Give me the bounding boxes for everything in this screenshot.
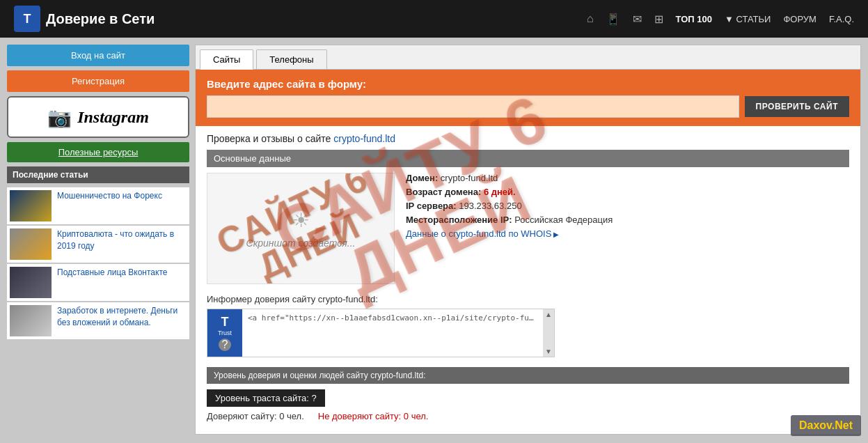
trust-stats: Доверяют сайту: 0 чел. Не доверяют сайту…: [207, 411, 849, 421]
informer-section: Информер доверия сайту crypto-fund.ltd: …: [207, 294, 849, 357]
domain-val: crypto-fund.ltd: [441, 173, 498, 183]
list-item[interactable]: Криптовалюта - что ожидать в 2019 году: [7, 226, 189, 263]
nav-icons: ⌂ 📱 ✉ ⊞ ТОП 100 ▼ СТАТЬИ ФОРУМ F.A.Q.: [587, 13, 854, 26]
question-mark: ?: [219, 339, 231, 351]
article-title: Заработок в интернете. Деньги без вложен…: [57, 305, 187, 329]
sidebar: Вход на сайт Регистрация 📷 Instagram Пол…: [7, 45, 195, 435]
screenshot-area: САЙТУ 6 ДНЕЙ ☀ Скриншот создаётся...: [207, 173, 395, 284]
article-title: Подставные лица Вконтакте: [57, 267, 167, 279]
trust-negative-label: Не доверяют сайту:: [318, 411, 401, 421]
resources-button[interactable]: Полезные ресурсы: [7, 142, 189, 162]
article-title: Криптовалюта - что ожидать в 2019 году: [57, 228, 187, 252]
article-thumb-work: [10, 305, 52, 336]
logo-area: Т Доверие в Сети: [14, 6, 155, 32]
resources-link[interactable]: Полезные ресурсы: [58, 147, 139, 157]
trust-positive-val: 0 чел.: [279, 411, 304, 421]
informer-scroll[interactable]: ▲ ▼: [543, 309, 554, 357]
list-item[interactable]: Подставные лица Вконтакте: [7, 264, 189, 301]
basic-data-bar: Основные данные: [207, 150, 849, 167]
trust-section: Уровень доверия и оценки людей сайту cry…: [207, 367, 849, 421]
tab-sites[interactable]: Сайты: [200, 49, 253, 70]
nav-statii[interactable]: ▼ СТАТЬИ: [725, 14, 771, 24]
check-button[interactable]: ПРОВЕРИТЬ САЙТ: [745, 96, 849, 117]
location-label: Месторасположение IP:: [406, 215, 512, 225]
logo-icon: Т: [14, 6, 40, 32]
scroll-up-arrow[interactable]: ▲: [545, 311, 552, 318]
nav-forum[interactable]: ФОРУМ: [783, 14, 816, 24]
list-item[interactable]: Мошенничество на Форекс: [7, 187, 189, 224]
content-area: Сайты Телефоны Введите адрес сайта в фор…: [195, 45, 861, 435]
last-articles-header: Последние статьи: [7, 166, 189, 183]
location-row: Месторасположение IP: Российская Федерац…: [406, 215, 849, 225]
search-input[interactable]: [207, 95, 739, 118]
screenshot-spinner: ☀: [292, 209, 310, 232]
site-title: Доверие в Сети: [46, 11, 155, 27]
tabs: Сайты Телефоны: [196, 45, 860, 70]
top-nav: Т Доверие в Сети ⌂ 📱 ✉ ⊞ ТОП 100 ▼ СТАТЬ…: [0, 0, 868, 38]
domain-row: Домен: crypto-fund.ltd: [406, 173, 849, 183]
nav-top100[interactable]: ТОП 100: [676, 14, 712, 24]
age-label: Возраст домена:: [406, 187, 481, 197]
search-row: ПРОВЕРИТЬ САЙТ: [207, 95, 849, 118]
age-row: Возраст домена: 6 дней.: [406, 187, 849, 197]
trust-header: Уровень доверия и оценки людей сайту cry…: [207, 367, 849, 384]
informer-box: Т Trust ? <a href="https://xn--b1aaefabs…: [207, 309, 555, 357]
screenshot-text: Скриншот создаётся...: [246, 238, 356, 249]
login-button[interactable]: Вход на сайт: [7, 45, 189, 66]
article-list: Мошенничество на Форекс Криптовалюта - ч…: [7, 187, 189, 339]
instagram-text: Instagram: [77, 108, 149, 127]
main-container: Вход на сайт Регистрация 📷 Instagram Пол…: [0, 38, 868, 442]
search-label: Введите адрес сайта в форму:: [207, 78, 849, 90]
search-area: Введите адрес сайта в форму: ПРОВЕРИТЬ С…: [196, 70, 860, 126]
ip-row: IP сервера: 193.233.63.250: [406, 201, 849, 211]
scroll-down-arrow[interactable]: ▼: [545, 348, 552, 355]
tab-phones[interactable]: Телефоны: [256, 49, 326, 69]
article-title: Мошенничество на Форекс: [57, 190, 162, 202]
article-thumb-vk: [10, 267, 52, 298]
location-val: Российская Федерация: [514, 215, 613, 225]
mail-icon[interactable]: ✉: [633, 13, 642, 26]
trust-text: Trust: [218, 329, 232, 336]
article-thumb-crypto: [10, 228, 52, 260]
trust-logo: Т: [221, 315, 229, 329]
informer-code[interactable]: <a href="https://xn--b1aaefabsd1cwaon.xn…: [242, 309, 543, 357]
instagram-banner[interactable]: 📷 Instagram: [7, 96, 189, 138]
informer-title: Информер доверия сайту crypto-fund.ltd:: [207, 294, 849, 304]
logo-letter: Т: [24, 12, 31, 26]
trust-level-box: Уровень траста сайта: ?: [207, 389, 325, 407]
register-button[interactable]: Регистрация: [7, 70, 189, 92]
whois-row[interactable]: Данные о crypto-fund.ltd по WHOIS: [406, 228, 849, 239]
mobile-icon[interactable]: 📱: [606, 13, 620, 26]
review-title: Проверка и отзывы о сайте crypto-fund.lt…: [207, 133, 849, 144]
review-layout: САЙТУ 6 ДНЕЙ ☀ Скриншот создаётся... Дом…: [207, 173, 849, 284]
instagram-icon: 📷: [47, 106, 72, 129]
trust-positive: Доверяют сайту: 0 чел.: [207, 411, 304, 421]
domain-info: Домен: crypto-fund.ltd Возраст домена: 6…: [406, 173, 849, 284]
home-icon[interactable]: ⌂: [587, 13, 594, 25]
trust-negative: Не доверяют сайту: 0 чел.: [318, 411, 429, 421]
grid-icon[interactable]: ⊞: [654, 13, 663, 26]
domain-label: Домен:: [406, 173, 438, 183]
age-val: 6 дней.: [484, 187, 516, 197]
list-item[interactable]: Заработок в интернете. Деньги без вложен…: [7, 302, 189, 339]
nav-faq[interactable]: F.A.Q.: [829, 14, 854, 24]
ip-label: IP сервера:: [406, 201, 457, 211]
whois-link[interactable]: Данные о crypto-fund.ltd по WHOIS: [406, 228, 559, 239]
trust-positive-label: Доверяют сайту:: [207, 411, 277, 421]
content-body: Проверка и отзывы о сайте crypto-fund.lt…: [196, 126, 860, 428]
ip-val: 193.233.63.250: [459, 201, 521, 211]
daxov-badge: Daxov.Net: [791, 415, 861, 436]
trust-negative-val: 0 чел.: [404, 411, 429, 421]
daxov-text: Daxov.Net: [799, 419, 853, 431]
informer-badge: Т Trust ?: [207, 309, 242, 357]
article-thumb-forex: [10, 190, 52, 222]
